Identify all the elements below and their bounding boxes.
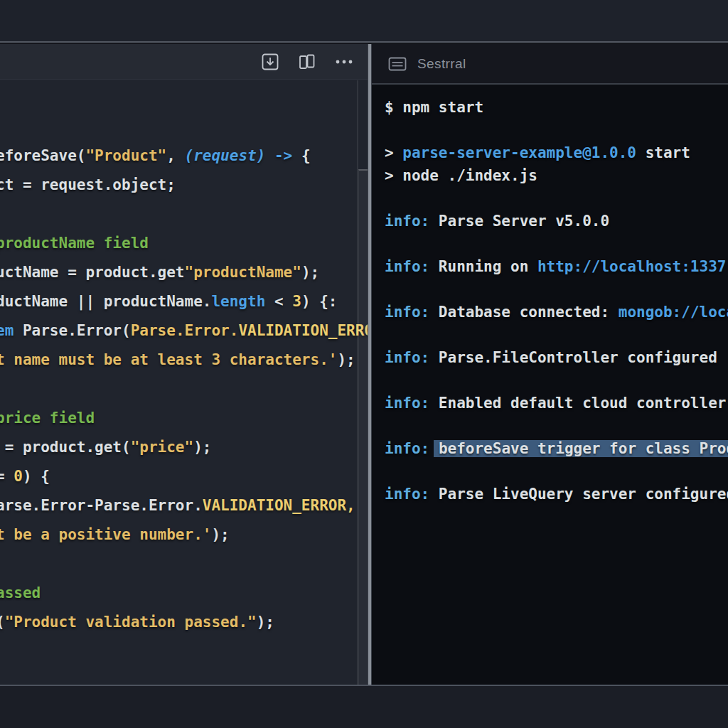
terminal-tab-label: Sestrral <box>417 56 466 72</box>
terminal-output[interactable]: $ npm start > parse-server-example@1.0.0… <box>372 85 728 505</box>
terminal-line-blank <box>385 278 728 301</box>
code-line-blank <box>0 375 368 404</box>
terminal-line-blank <box>385 323 728 346</box>
terminal-pane: Sestrral $ npm start > parse-server-exam… <box>372 44 728 685</box>
workspace: eforeSave("Product", (request) -> {ct = … <box>0 44 728 685</box>
terminal-line: > node ./index.js <box>385 164 728 187</box>
terminal-line-blank <box>385 369 728 392</box>
terminal-line-blank <box>385 414 728 437</box>
terminal-line-blank <box>385 187 728 210</box>
code-line-blank <box>0 200 368 229</box>
code-line: arse.Error-Parse.Error.VALIDATION_ERROR, <box>0 491 368 520</box>
code-line: productName field <box>0 229 368 258</box>
code-line: ct = request.object; <box>0 171 368 200</box>
terminal-line: $ npm start <box>385 96 728 119</box>
terminal-line: info: Enabled default cloud controller <box>385 392 728 414</box>
split-editor-icon[interactable] <box>296 51 318 73</box>
code-line: = product.get("price"); <box>0 433 368 462</box>
code-line: = 0) { <box>0 462 368 491</box>
terminal-line: info: Parse LiveQuery server configured <box>385 483 728 505</box>
code-editor[interactable]: eforeSave("Product", (request) -> {ct = … <box>0 80 368 685</box>
terminal-line-blank <box>385 460 728 483</box>
terminal-icon <box>388 57 407 71</box>
app-window: eforeSave("Product", (request) -> {ct = … <box>0 0 728 728</box>
terminal-line: > parse-server-example@1.0.0 start <box>385 141 728 164</box>
terminal-line: info: Parse.FileController configured <box>385 346 728 369</box>
code-line: ductName || productName.length < 3) {: <box>0 287 368 316</box>
title-bar <box>0 0 728 43</box>
status-bar <box>0 685 728 728</box>
editor-toolbar <box>0 44 368 80</box>
code-line: price field <box>0 404 368 433</box>
terminal-line: info: Running on http://localhost:1337 <box>385 255 728 278</box>
terminal-line-blank <box>385 232 728 255</box>
code-line: t name must be at least 3 characters.'); <box>0 346 368 375</box>
code-line-blank <box>0 550 368 579</box>
code-line: uctName = product.get"productName"); <box>0 258 368 287</box>
editor-pane: eforeSave("Product", (request) -> {ct = … <box>0 44 368 685</box>
code-line: t be a positive number.'); <box>0 520 368 550</box>
open-preview-icon[interactable] <box>259 51 281 73</box>
terminal-line: info: Database connected: mongob://local… <box>385 301 728 323</box>
terminal-tab[interactable]: Sestrral <box>372 44 728 85</box>
terminal-line: info: beforeSave trigger for class Produ… <box>385 437 728 460</box>
code-line: assed <box>0 579 368 608</box>
editor-scrollbar-thumb[interactable] <box>358 169 368 685</box>
code-line: ("Product validation passed."); <box>0 608 368 637</box>
terminal-line: info: Parse Server v5.0.0 <box>385 210 728 232</box>
more-actions-icon[interactable] <box>333 51 355 73</box>
code-line: em Parse.Error(Parse.Error.VALIDATION_ER… <box>0 316 368 346</box>
terminal-line-blank <box>385 119 728 141</box>
code-content: eforeSave("Product", (request) -> {ct = … <box>0 80 368 637</box>
code-line: eforeSave("Product", (request) -> { <box>0 141 368 171</box>
